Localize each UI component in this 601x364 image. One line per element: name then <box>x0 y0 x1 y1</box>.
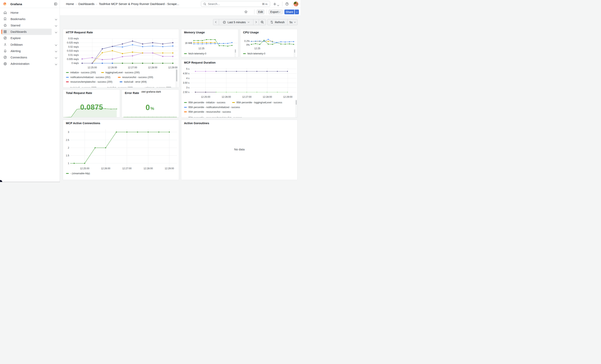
svg-text:12:29:00: 12:29:00 <box>168 66 178 69</box>
svg-text:12:29:00: 12:29:00 <box>165 167 174 170</box>
svg-text:1.5: 1.5 <box>66 154 69 157</box>
svg-text:12:27:00: 12:27:00 <box>242 96 251 98</box>
svg-text:0 req/s: 0 req/s <box>71 62 79 65</box>
svg-text:1: 1 <box>68 162 69 165</box>
svg-text:12:26:00: 12:26:00 <box>101 167 110 170</box>
svg-text:4 s: 4 s <box>186 77 189 79</box>
svg-text:0.03 req/s: 0.03 req/s <box>68 37 79 40</box>
svg-text:12:25:00: 12:25:00 <box>88 66 97 69</box>
svg-text:2.5: 2.5 <box>66 139 69 141</box>
svg-text:16 MiB: 16 MiB <box>185 42 192 45</box>
svg-text:0.02 req/s: 0.02 req/s <box>68 45 79 48</box>
svg-text:2.50 s: 2.50 s <box>183 91 190 94</box>
svg-text:12:25: 12:25 <box>254 47 260 50</box>
svg-text:0%: 0% <box>246 43 250 46</box>
svg-text:12:27:00: 12:27:00 <box>122 167 131 170</box>
svg-text:3.50 s: 3.50 s <box>183 81 190 84</box>
svg-text:3 s: 3 s <box>186 86 189 89</box>
svg-text:3: 3 <box>68 131 69 134</box>
svg-text:0.0875: 0.0875 <box>80 103 103 111</box>
svg-text:12:25:00: 12:25:00 <box>201 96 210 98</box>
svg-text:0.2%: 0.2% <box>244 40 250 42</box>
svg-text:12:28:00: 12:28:00 <box>262 96 272 98</box>
svg-text:12:26:00: 12:26:00 <box>108 66 117 69</box>
svg-text:0.025 req/s: 0.025 req/s <box>67 41 79 44</box>
svg-text:5 s: 5 s <box>186 67 189 70</box>
svg-text:12:27:00: 12:27:00 <box>128 66 137 69</box>
svg-text:0.01 req/s: 0.01 req/s <box>68 53 79 56</box>
svg-text:12:26:00: 12:26:00 <box>222 96 231 98</box>
svg-text:12:28:00: 12:28:00 <box>143 167 153 170</box>
svg-text:12:28:00: 12:28:00 <box>148 66 157 69</box>
svg-text:0: 0 <box>146 103 150 112</box>
svg-text:12:29:00: 12:29:00 <box>283 96 292 98</box>
svg-text:2: 2 <box>68 147 69 149</box>
svg-text:%: % <box>150 106 154 111</box>
svg-text:4.50 s: 4.50 s <box>183 72 190 75</box>
svg-text:0.015 req/s: 0.015 req/s <box>67 49 79 52</box>
svg-text:12:25:00: 12:25:00 <box>80 167 89 170</box>
svg-text:12:25: 12:25 <box>198 47 204 50</box>
svg-text:0.005 req/s: 0.005 req/s <box>67 58 79 60</box>
